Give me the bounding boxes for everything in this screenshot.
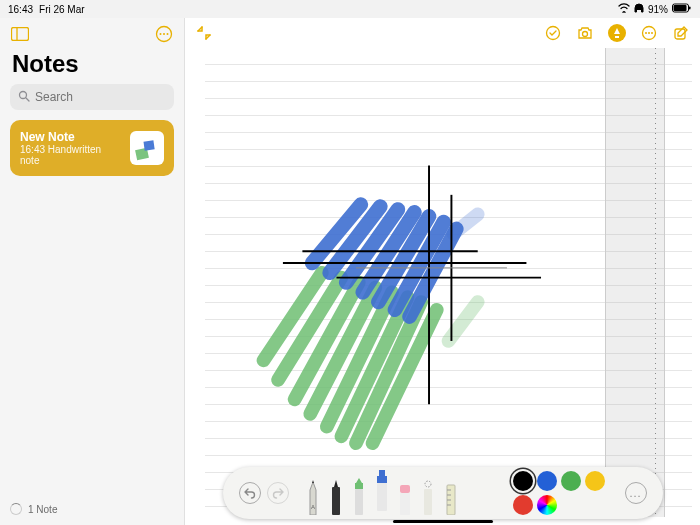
svg-rect-45: [332, 487, 340, 515]
tool-lasso[interactable]: [418, 471, 438, 515]
note-count: 1 Note: [28, 504, 57, 515]
svg-point-9: [20, 91, 27, 98]
svg-rect-13: [143, 140, 154, 150]
svg-point-19: [651, 32, 653, 34]
svg-rect-47: [355, 483, 363, 489]
color-yellow[interactable]: [585, 471, 605, 491]
sidebar: Notes New Note 16:43 Handwritten note: [0, 18, 185, 525]
svg-point-54: [425, 481, 431, 487]
svg-rect-1: [674, 5, 687, 11]
svg-point-15: [583, 32, 588, 37]
note-list-item[interactable]: New Note 16:43 Handwritten note: [10, 120, 174, 176]
svg-rect-46: [355, 489, 363, 515]
svg-line-10: [26, 98, 29, 101]
color-blue[interactable]: [537, 471, 557, 491]
status-time: 16:43: [8, 4, 33, 15]
svg-point-6: [160, 33, 162, 35]
svg-text:A: A: [310, 504, 314, 510]
battery-icon: [672, 3, 692, 15]
battery-percent: 91%: [648, 4, 668, 15]
color-group: [513, 471, 613, 515]
sync-spinner-icon: [10, 503, 22, 515]
canvas-toolbar: [185, 18, 700, 48]
sidebar-title: Notes: [0, 50, 184, 84]
svg-point-18: [648, 32, 650, 34]
drawing-strokes: [205, 48, 692, 517]
tool-marker[interactable]: [326, 471, 346, 515]
status-bar: 16:43 Fri 26 Mar 91%: [0, 0, 700, 18]
headphones-icon: [634, 3, 644, 15]
palette-more-button[interactable]: ...: [625, 482, 647, 504]
tool-eraser[interactable]: [395, 471, 415, 515]
tool-group: A: [303, 471, 461, 515]
canvas-more-icon[interactable]: [640, 24, 658, 42]
svg-rect-53: [424, 489, 432, 515]
note-title: New Note: [20, 130, 120, 144]
sidebar-more-icon[interactable]: [154, 24, 174, 44]
search-icon: [18, 90, 30, 105]
tool-ruler[interactable]: [441, 471, 461, 515]
sidebar-footer: 1 Note: [0, 493, 184, 525]
camera-icon[interactable]: [576, 24, 594, 42]
svg-rect-2: [689, 7, 691, 10]
note-thumbnail: [130, 131, 164, 165]
svg-rect-50: [379, 470, 385, 476]
svg-rect-3: [12, 28, 29, 41]
svg-point-8: [167, 33, 169, 35]
status-date: Fri 26 Mar: [39, 4, 85, 15]
sidebar-toggle-icon[interactable]: [10, 24, 30, 44]
tool-pen[interactable]: A: [303, 471, 323, 515]
compose-icon[interactable]: [672, 24, 690, 42]
color-green[interactable]: [561, 471, 581, 491]
redo-button[interactable]: [267, 482, 289, 504]
home-indicator[interactable]: [393, 520, 493, 523]
svg-point-14: [547, 27, 560, 40]
markup-icon[interactable]: [608, 24, 626, 42]
svg-rect-52: [400, 485, 410, 493]
svg-rect-48: [377, 483, 387, 511]
svg-line-36: [453, 214, 477, 233]
svg-rect-49: [377, 476, 387, 483]
color-black[interactable]: [513, 471, 533, 491]
exit-fullscreen-icon[interactable]: [195, 24, 213, 42]
note-subtitle: 16:43 Handwritten note: [20, 144, 120, 166]
search-input[interactable]: [35, 90, 185, 104]
tool-highlighter-blue[interactable]: [372, 467, 392, 511]
color-picker[interactable]: [537, 495, 557, 515]
tool-highlighter-green[interactable]: [349, 471, 369, 515]
color-red[interactable]: [513, 495, 533, 515]
canvas-area: A ...: [185, 18, 700, 525]
check-circle-icon[interactable]: [544, 24, 562, 42]
svg-rect-51: [400, 493, 410, 515]
svg-point-7: [163, 33, 165, 35]
undo-button[interactable]: [239, 482, 261, 504]
note-canvas[interactable]: [205, 48, 692, 517]
search-field[interactable]: [10, 84, 174, 110]
svg-line-37: [449, 302, 478, 341]
markup-palette: A ...: [223, 467, 663, 519]
wifi-icon: [618, 3, 630, 15]
svg-point-17: [645, 32, 647, 34]
